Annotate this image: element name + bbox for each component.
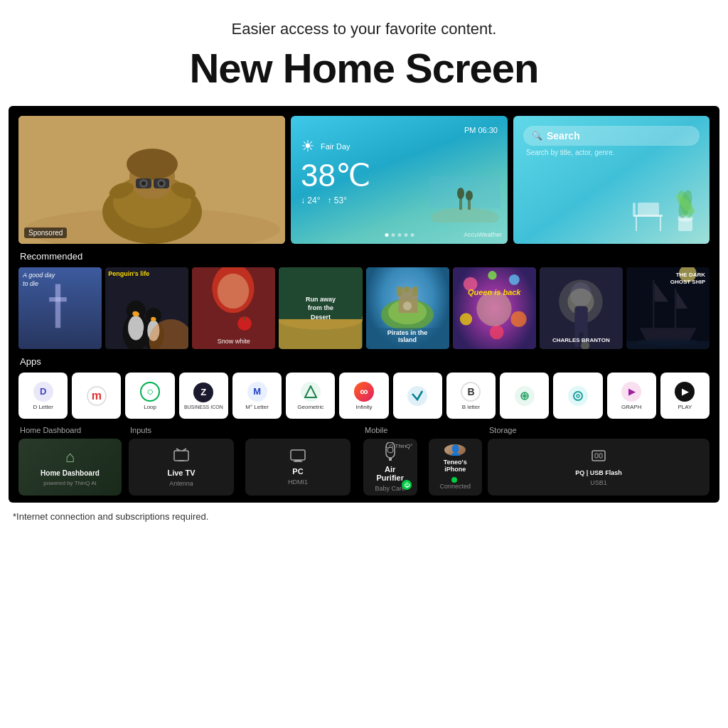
usb-subtitle: USB1: [590, 479, 607, 486]
svg-rect-76: [574, 306, 587, 332]
app-m-icon: m: [87, 386, 107, 406]
svg-point-96: [577, 395, 579, 397]
search-card[interactable]: 🔍 Search Search by title, actor, genre.: [513, 116, 710, 244]
rec-card-ghost-ship[interactable]: THE DARKGHOST SHIP: [626, 267, 710, 349]
weather-dot-1: [385, 233, 388, 237]
apps-row: D D Letter m ○ Loop Z BUSINESS ICON M M°…: [18, 373, 710, 419]
rec-card-good-day[interactable]: A good dayto die: [18, 267, 102, 349]
app-m[interactable]: m: [72, 373, 121, 419]
header-subtitle: Easier access to your favorite content.: [14, 20, 714, 38]
app-b-icon: B: [461, 382, 481, 402]
app-geo-label: Geometric: [297, 404, 323, 410]
usb-icon: [590, 449, 607, 466]
iphone-title: Teneo's iPhone: [436, 459, 476, 473]
sponsored-card[interactable]: Sponsored: [18, 116, 285, 244]
search-label: Search: [547, 130, 580, 141]
recommended-row: A good dayto die Penguin's life: [18, 267, 710, 349]
svg-rect-22: [636, 217, 637, 231]
weather-card[interactable]: PM 06:30 ☀ Fair Day 38℃ ↓ 24° ↑ 53°: [291, 116, 508, 244]
usb-card[interactable]: PQ | USB Flash USB1: [488, 439, 710, 496]
search-bar[interactable]: 🔍 Search: [523, 126, 700, 146]
svg-point-67: [459, 313, 471, 325]
iphone-avatar: 👤: [444, 444, 466, 456]
app-graph[interactable]: ▶ GRAPH: [607, 373, 656, 419]
search-decoration: [620, 183, 705, 240]
svg-rect-15: [429, 176, 500, 208]
app-link[interactable]: [500, 373, 549, 419]
iphone-card[interactable]: 👤 Teneo's iPhone Connected: [429, 439, 483, 496]
svg-point-11: [159, 181, 164, 186]
mobile-cards: LG ThinQ° Air Purifier Baby Care ⏻ 👤 T: [363, 439, 488, 496]
pc-title: PC: [292, 467, 303, 476]
app-ring[interactable]: [553, 373, 602, 419]
rec-card-pirates[interactable]: Pirates in theIsland: [366, 267, 449, 349]
rec-card-queen[interactable]: Queen is back: [453, 267, 536, 349]
app-d-label: D Letter: [33, 404, 53, 410]
air-purifier-card[interactable]: LG ThinQ° Air Purifier Baby Care ⏻: [363, 439, 417, 496]
lg-thinq-label: LG ThinQ°: [386, 443, 413, 449]
app-ml-icon: M: [247, 382, 267, 402]
svg-point-95: [574, 392, 582, 400]
header-title: New Home Screen: [14, 44, 714, 92]
power-button[interactable]: ⏻: [402, 480, 412, 490]
app-play-label: PLAY: [678, 404, 692, 410]
rec-card-snow-white[interactable]: Snow white: [192, 267, 275, 349]
storage-label: Storage: [488, 426, 710, 434]
svg-point-63: [402, 301, 411, 310]
svg-rect-97: [174, 451, 188, 461]
svg-rect-83: [653, 279, 654, 328]
app-ml-label: M° Letter: [245, 404, 269, 410]
iphone-subtitle: Connected: [436, 476, 476, 490]
rec-card-1-title: A good dayto die: [23, 272, 55, 288]
app-z-icon: Z: [193, 382, 213, 402]
app-ml[interactable]: M M° Letter: [232, 373, 282, 419]
rec-card-8-title: THE DARKGHOST SHIP: [670, 272, 705, 287]
svg-rect-108: [595, 454, 598, 458]
app-loop[interactable]: ○ Loop: [125, 373, 174, 419]
rec-card-desert[interactable]: Run awayfrom theDesert: [279, 267, 362, 349]
app-ring-icon: [568, 386, 588, 406]
live-tv-card[interactable]: Live TV Antenna: [129, 439, 234, 496]
footer-note: *Internet connection and subscriptions r…: [0, 503, 728, 528]
app-d-icon: D: [33, 382, 53, 402]
sponsored-badge: Sponsored: [24, 228, 67, 238]
app-b[interactable]: B B letter: [446, 373, 496, 419]
app-infinity[interactable]: ∞ Infinity: [339, 373, 388, 419]
rec-card-2-title: Penguin's life: [108, 270, 149, 277]
svg-rect-106: [389, 458, 392, 461]
app-loop-label: Loop: [144, 404, 156, 410]
air-purifier-title: Air Purifier: [370, 465, 410, 482]
air-purifier-subtitle: Baby Care: [375, 485, 405, 492]
home-dashboard-icon: ⌂: [65, 448, 75, 466]
weather-landscape: [429, 176, 500, 223]
inputs-cards: Live TV Antenna PC HDMI1: [129, 439, 356, 496]
sponsored-image: Sponsored: [18, 116, 285, 244]
app-graph-icon: ▶: [621, 382, 641, 402]
weather-condition: Fair Day: [321, 142, 350, 151]
app-geo[interactable]: Geometric: [286, 373, 335, 419]
header-section: Easier access to your favorite content. …: [0, 0, 728, 106]
storage-group: Storage PQ | USB Flash USB1: [488, 426, 710, 496]
app-v[interactable]: [393, 373, 442, 419]
svg-point-71: [476, 291, 511, 326]
home-dashboard-card[interactable]: ⌂ Home Dashboard powered by ThinQ AI: [18, 439, 122, 496]
svg-point-48: [218, 274, 249, 309]
bottom-section: Home Dashboard ⌂ Home Dashboard powered …: [18, 426, 710, 496]
pc-card[interactable]: PC HDMI1: [245, 439, 350, 496]
app-play[interactable]: ▶ PLAY: [660, 373, 710, 419]
rec-card-7-title: CHARLES BRANTON: [552, 337, 610, 343]
svg-rect-33: [55, 284, 60, 328]
app-d-letter[interactable]: D D Letter: [18, 373, 68, 419]
home-dashboard-title: Home Dashboard: [41, 469, 100, 477]
svg-rect-25: [633, 203, 636, 217]
rec-card-penguins[interactable]: Penguin's life: [105, 267, 188, 349]
recommended-label: Recommended: [18, 251, 710, 262]
svg-rect-50: [244, 316, 245, 321]
tv-screen: Sponsored PM 06:30 ☀ Fair Day 38℃ ↓ 24° …: [9, 106, 719, 503]
svg-point-16: [431, 208, 499, 223]
app-z[interactable]: Z BUSINESS ICON: [179, 373, 228, 419]
usb-title: PQ | USB Flash: [575, 469, 622, 476]
top-row: Sponsored PM 06:30 ☀ Fair Day 38℃ ↓ 24° …: [18, 116, 710, 244]
svg-point-69: [488, 271, 496, 279]
rec-card-charles[interactable]: CHARLES BRANTON: [540, 267, 623, 349]
